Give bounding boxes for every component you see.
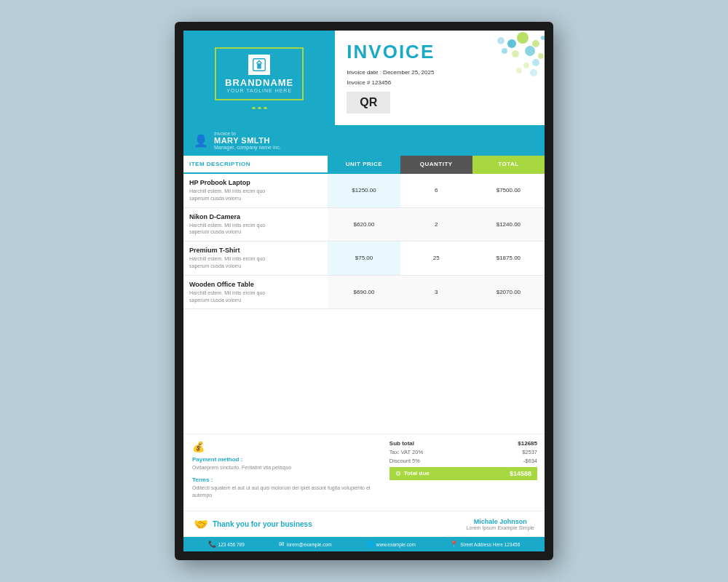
contact-phone: 📞 123 456 789 [208, 541, 245, 548]
item-4-total: $2070.00 [472, 276, 545, 309]
total-due-label: Total due [404, 470, 510, 477]
invoice-to-label: Invoice to [214, 131, 281, 136]
total-due-icon: ⚙ [395, 470, 401, 477]
header-left: BRANDNAME YOUR TAGLINE HERE [183, 31, 335, 125]
item-1-price: $1250.00 [328, 174, 400, 207]
item-2-price: $620.00 [328, 208, 400, 242]
logo-dots [252, 107, 267, 109]
item-1-name: HP Probook Laptop [189, 179, 250, 186]
item-4-qty: 3 [400, 276, 472, 309]
footer-section: 💰 Payment method : Ovitaeprem sincturio.… [183, 434, 545, 511]
street-address: Street Address Here 123456 [460, 542, 520, 547]
table-header: ITEM DESCRIPTION UNIT PRICE QUANTITY TOT… [183, 156, 545, 174]
invoice-to-text: Invoice to MARY SMLTH Manager, company n… [214, 131, 281, 150]
logo-icon [248, 55, 270, 75]
logo-dot-2 [258, 107, 261, 109]
item-3-price: $75.00 [328, 242, 400, 275]
th-quantity: QUANTITY [400, 156, 472, 174]
contact-website: 🌐 www.example.com [366, 541, 416, 548]
table-row: Nikon D-Camera Harchill estem. Mil intis… [183, 208, 545, 242]
item-1-total: $7500.00 [472, 174, 545, 207]
web-icon: 🌐 [366, 541, 374, 548]
logo-dot-3 [264, 107, 267, 109]
subtotal-value: $12685 [518, 440, 537, 447]
phone-number: 123 456 789 [218, 542, 245, 547]
tagline: YOUR TAGLINE HERE [226, 88, 292, 93]
brand-name: BRANDNAME [225, 77, 293, 88]
invoice-page: BRANDNAME YOUR TAGLINE HERE [183, 31, 545, 551]
table-row: Premium T-Shirt Harchill estem. Mil inti… [183, 242, 545, 276]
bottom-bar: 📞 123 456 789 ✉ lorem@example.com 🌐 www.… [183, 537, 545, 551]
tax-row: Tax: VAT 20% $2537 [389, 449, 537, 455]
invoice-to-sub: Manager, company name inc. [214, 145, 281, 150]
invoice-to-name: MARY SMLTH [214, 136, 281, 145]
discount-value: -$634 [523, 458, 537, 464]
svg-point-6 [538, 53, 544, 59]
item-1-desc: HP Probook Laptop Harchill estem. Mil in… [183, 174, 328, 207]
thankyou-right: Michale Johnson Lorem Ipsum Example Simp… [467, 518, 534, 530]
invoice-title: INVOICE [347, 41, 533, 63]
email-address: lorem@example.com [287, 542, 332, 547]
thankyou-section: 🤝 Thank you for your business Michale Jo… [183, 511, 545, 537]
item-3-details: Harchill estem. Mil intis ercim quosaper… [189, 255, 265, 270]
website-url: www.example.com [376, 542, 416, 547]
invoice-to-section: 👤 Invoice to MARY SMLTH Manager, company… [183, 125, 545, 156]
contact-email: ✉ lorem@example.com [279, 541, 332, 548]
person-icon: 👤 [194, 134, 208, 148]
item-3-desc: Premium T-Shirt Harchill estem. Mil inti… [183, 242, 328, 275]
item-4-name: Wooden Office Table [189, 281, 254, 288]
item-1-qty: 6 [400, 174, 472, 207]
invoice-header: BRANDNAME YOUR TAGLINE HERE [183, 31, 545, 125]
payment-icon: 💰 [192, 441, 205, 453]
payment-method-label: Payment method : [192, 456, 373, 463]
invoice-frame: BRANDNAME YOUR TAGLINE HERE [175, 22, 553, 560]
phone-icon: 📞 [208, 541, 216, 548]
total-due-row: ⚙ Total due $14588 [389, 467, 537, 480]
item-3-name: Premium T-Shirt [189, 247, 240, 254]
svg-point-11 [541, 36, 545, 40]
footer-right: Sub total $12685 Tax: VAT 20% $2537 Disc… [382, 434, 545, 511]
discount-label: Discount 5% [389, 458, 420, 464]
item-2-qty: 2 [400, 208, 472, 242]
item-3-total: $1875.00 [472, 242, 545, 275]
discount-row: Discount 5% -$634 [389, 458, 537, 464]
signature-name: Michale Johnson [467, 518, 534, 525]
item-3-qty: 25 [400, 242, 472, 275]
items-table: ITEM DESCRIPTION UNIT PRICE QUANTITY TOT… [183, 156, 545, 434]
item-2-details: Harchill estem. Mil intis ercim quosaper… [189, 222, 265, 236]
terms-label: Terms : [192, 477, 373, 483]
item-4-price: $690.00 [328, 276, 400, 309]
svg-point-9 [532, 59, 539, 66]
terms-text: Oditecti squatem et aut ut aut quis molo… [192, 485, 373, 499]
subtotal-row: Sub total $12685 [389, 440, 537, 447]
invoice-number: Invoice # 123456 [347, 78, 533, 88]
handshake-icon: 🤝 [194, 517, 208, 531]
header-right: INVOICE Invoice date : December 25, 2025… [335, 31, 545, 125]
item-1-details: Harchill estem. Mil intis ercim quosaper… [189, 188, 265, 202]
signature-sub: Lorem Ipsum Example Simple [467, 525, 534, 530]
tax-value: $2537 [522, 449, 537, 455]
invoice-date: Invoice date : December 25, 2025 [347, 68, 533, 78]
qr-box: QR [347, 92, 390, 113]
thankyou-message: Thank you for your business [213, 520, 312, 528]
item-4-desc: Wooden Office Table Harchill estem. Mil … [183, 276, 328, 309]
table-row: Wooden Office Table Harchill estem. Mil … [183, 276, 545, 310]
th-unit-price: UNIT PRICE [328, 156, 400, 174]
email-icon: ✉ [279, 541, 285, 548]
svg-point-3 [532, 40, 539, 47]
footer-left: 💰 Payment method : Ovitaeprem sincturio.… [183, 434, 382, 511]
logo-dot-1 [252, 107, 256, 109]
tax-label: Tax: VAT 20% [389, 449, 423, 455]
subtotal-label: Sub total [389, 440, 414, 447]
item-2-total: $1240.00 [472, 208, 545, 242]
item-4-details: Harchill estem. Mil intis ercim quosaper… [189, 290, 265, 304]
contact-address: 📍 Street Address Here 123456 [450, 541, 520, 548]
logo-box: BRANDNAME YOUR TAGLINE HERE [215, 47, 304, 100]
item-2-desc: Nikon D-Camera Harchill estem. Mil intis… [183, 208, 328, 242]
svg-rect-1 [257, 63, 261, 68]
th-description: ITEM DESCRIPTION [183, 156, 328, 174]
thankyou-left: 🤝 Thank you for your business [194, 517, 312, 531]
table-row: HP Probook Laptop Harchill estem. Mil in… [183, 174, 545, 208]
th-total: TOTAL [472, 156, 545, 174]
total-due-amount: $14588 [510, 470, 531, 477]
